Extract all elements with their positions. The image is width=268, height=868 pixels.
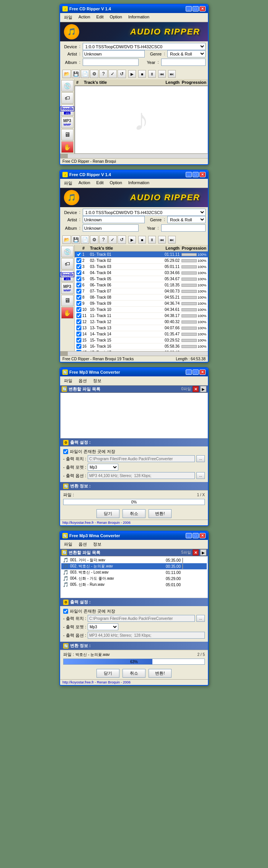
menu-option-2[interactable]: Option — [108, 180, 124, 187]
close-action-btn-2[interactable]: 닫기 — [96, 669, 119, 678]
track-checkbox[interactable] — [76, 283, 82, 288]
track-checkbox[interactable] — [76, 301, 82, 306]
conv-menu-options-2[interactable]: 옵션 — [76, 541, 89, 548]
minimize-button-2[interactable]: _ — [186, 172, 192, 177]
close-button-1[interactable]: ✕ — [199, 6, 206, 11]
refresh-button-2[interactable]: ↺ — [118, 235, 126, 244]
location-browse-2[interactable]: ... — [196, 615, 205, 622]
properties-button-2[interactable]: ⚙ — [90, 235, 98, 244]
pause-button-2[interactable]: ⏸ — [148, 236, 156, 244]
stop-rip-button-1[interactable]: ✋ — [61, 141, 74, 153]
list-item[interactable]: 🎵 002. 박호신 - 눈의꽃.wav 00:35.00 — [61, 563, 207, 569]
menu-edit-2[interactable]: Edit — [94, 180, 106, 187]
menu-action-2[interactable]: Action — [76, 180, 93, 187]
table-row[interactable]: 13 13- Track 13 04:07.66 100% — [75, 325, 208, 331]
menu-info-1[interactable]: Information — [126, 14, 152, 21]
conv-menu-info-2[interactable]: 정보 — [91, 541, 104, 548]
cancel-action-btn-1[interactable]: 취소 — [123, 509, 145, 518]
location-input-1[interactable] — [88, 455, 195, 462]
track-checkbox[interactable] — [76, 307, 82, 312]
artist-input-1[interactable] — [83, 50, 145, 57]
maximize-button-2[interactable]: □ — [193, 172, 199, 177]
location-input-2[interactable] — [88, 615, 195, 622]
save-checkbox-2[interactable] — [63, 609, 68, 614]
tags-button-1[interactable]: 🏷 — [61, 92, 74, 104]
converter-minimize-2[interactable]: _ — [186, 533, 192, 538]
conv-menu-file-2[interactable]: 파일 — [62, 541, 75, 548]
list-item[interactable]: 🎵 001. 거미 - 찰각.wav 05:35.00 — [61, 557, 207, 563]
hscroll-2[interactable] — [60, 351, 208, 356]
next-button-1[interactable]: ⏭ — [168, 70, 176, 78]
open-button-2[interactable]: 📂 — [62, 235, 71, 244]
converter-close-2[interactable]: ✕ — [199, 533, 206, 538]
file-list-nav-1[interactable]: ▶ — [200, 386, 206, 392]
converter-maximize-2[interactable]: □ — [193, 533, 199, 538]
next-button-2[interactable]: ⏭ — [168, 236, 176, 244]
location-browse-1[interactable]: ... — [196, 455, 205, 462]
table-row[interactable]: 11 11- Track 11 04:38.17 100% — [75, 313, 208, 319]
table-row[interactable]: 15 15- Track 15 03:29.52 100% — [75, 337, 208, 343]
table-row[interactable]: 2 02- Track 02 05:29.02 100% — [75, 258, 208, 264]
year-input-1[interactable] — [161, 59, 206, 66]
close-action-btn-1[interactable]: 닫기 — [96, 509, 119, 518]
track-checkbox[interactable] — [76, 252, 82, 257]
table-row[interactable]: 14 14- Track 14 01:35.47 100% — [75, 331, 208, 337]
menu-file-1[interactable]: 파일 — [62, 14, 75, 21]
stop-rip-button-2[interactable]: ✋ — [61, 307, 74, 319]
menu-file-2[interactable]: 파일 — [62, 180, 75, 187]
file-list-close-2[interactable]: ✕ — [193, 549, 199, 556]
device-combo-2[interactable]: 1:0.0 TSSToopCDW/DVD TS-H432CSC0 — [83, 209, 206, 216]
minimize-button-1[interactable]: _ — [186, 6, 192, 11]
close-button-2[interactable]: ✕ — [199, 172, 206, 177]
list-item[interactable]: 🎵 004. 신화 - 가도 좋아.wav 05:29.00 — [61, 575, 207, 582]
track-checkbox[interactable] — [76, 319, 82, 324]
converter-minimize-1[interactable]: _ — [186, 369, 192, 375]
check-button-2[interactable]: ✓ — [108, 235, 117, 244]
format-select-1[interactable]: Mp3 — [88, 464, 118, 471]
convert-button-2[interactable]: MP3 WMP — [61, 283, 74, 294]
new-button-2[interactable]: 📄 — [81, 235, 89, 244]
convert-button-1[interactable]: MP3 WMP — [61, 117, 74, 128]
properties-button-1[interactable]: ⚙ — [90, 70, 98, 78]
pause-button-1[interactable]: ⏸ — [148, 70, 156, 78]
menu-option-1[interactable]: Option — [108, 14, 124, 21]
stop-button-2[interactable]: ■ — [138, 236, 146, 244]
genre-select-2[interactable]: Rock & Roll — [167, 216, 206, 223]
hscroll-1[interactable] — [60, 154, 208, 158]
help-button-2[interactable]: ? — [99, 235, 108, 244]
rip-button-1[interactable]: 💿 — [61, 80, 74, 92]
track-checkbox[interactable] — [76, 332, 82, 337]
table-row[interactable]: 5 05- Track 05 05:34.67 100% — [75, 276, 208, 282]
maximize-button-1[interactable]: □ — [193, 6, 199, 11]
album-input-1[interactable] — [83, 59, 139, 66]
file-list-nav-2[interactable]: ▶ — [200, 549, 206, 556]
album-input-2[interactable] — [83, 224, 139, 232]
track-checkbox[interactable] — [76, 295, 82, 300]
menu-info-2[interactable]: Information — [126, 180, 152, 187]
options-browse-1[interactable]: ... — [196, 472, 205, 479]
track-checkbox[interactable] — [76, 289, 82, 294]
save-checkbox-1[interactable] — [63, 449, 68, 454]
track-checkbox[interactable] — [76, 276, 82, 281]
convert-action-btn-1[interactable]: 변환! — [149, 509, 172, 518]
refresh-button-1[interactable]: ↺ — [118, 70, 126, 78]
table-row[interactable]: 6 06- Track 06 01:18.35 100% — [75, 282, 208, 288]
track-checkbox[interactable] — [76, 264, 82, 269]
track-checkbox[interactable] — [76, 344, 82, 349]
table-row[interactable]: 3 03- Track 03 05:01.11 100% — [75, 264, 208, 270]
stop-button-1[interactable]: ■ — [138, 70, 146, 78]
save-button-1[interactable]: 💾 — [72, 70, 80, 78]
cancel-action-btn-2[interactable]: 취소 — [123, 669, 145, 678]
conv-menu-file-1[interactable]: 파일 — [62, 377, 75, 384]
table-row[interactable]: 16 16- Track 16 05:58.36 100% — [75, 343, 208, 350]
prev-button-2[interactable]: ⏮ — [158, 236, 166, 244]
genre-select-1[interactable]: Rock & Roll — [167, 50, 206, 57]
year-input-2[interactable] — [161, 224, 206, 232]
burn-button-1[interactable]: 🖥 — [61, 129, 74, 141]
burn-button-2[interactable]: 🖥 — [61, 295, 74, 306]
options-input-2[interactable] — [88, 632, 205, 639]
track-checkbox[interactable] — [76, 258, 82, 263]
track-checkbox[interactable] — [76, 338, 82, 343]
convert-action-btn-2[interactable]: 변환! — [149, 669, 172, 678]
format-select-2[interactable]: Mp3 — [88, 623, 118, 630]
